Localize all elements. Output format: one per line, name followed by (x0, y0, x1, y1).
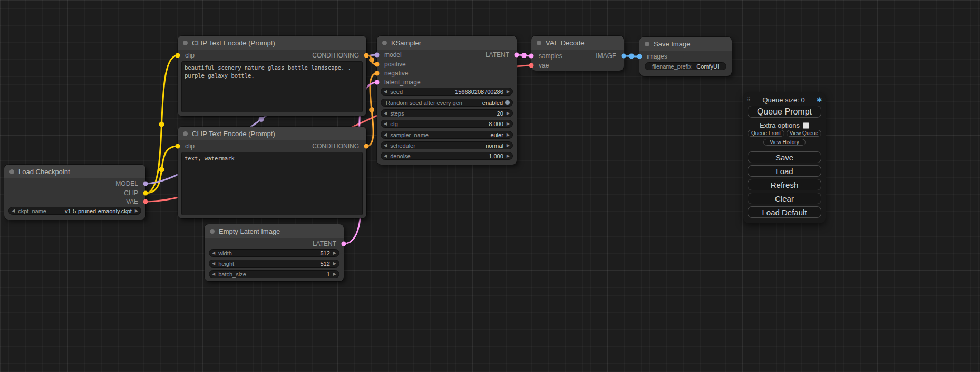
widget-label: scheduler (390, 142, 415, 149)
output-slot-clip[interactable] (143, 191, 148, 196)
wire-midpoint-dot (159, 167, 164, 173)
node-titlebar[interactable]: Load Checkpoint (4, 165, 145, 178)
node-titlebar[interactable]: KSampler (377, 36, 517, 50)
negative-prompt-textarea[interactable]: text, watermark (181, 152, 363, 215)
node-titlebar[interactable]: CLIP Text Encode (Prompt) (178, 127, 366, 140)
collapse-dot-icon[interactable] (183, 131, 188, 136)
output-label-vae: VAE (126, 198, 138, 205)
stepper-right-icon[interactable]: ▶ (333, 272, 336, 276)
node-vae-decode[interactable]: VAE Decode samples vae IMAGE (531, 36, 624, 71)
stepper-left-icon[interactable]: ◀ (384, 154, 387, 158)
stepper-right-icon[interactable]: ▶ (507, 111, 510, 116)
stepper-right-icon[interactable]: ▶ (507, 90, 510, 94)
input-slot-latent-image[interactable] (375, 80, 380, 85)
node-titlebar[interactable]: VAE Decode (531, 36, 624, 50)
queue-front-button[interactable]: Queue Front (748, 130, 784, 137)
extra-options-label: Extra options (760, 121, 800, 129)
positive-prompt-textarea[interactable]: beautiful scenery nature glass bottle la… (181, 61, 363, 112)
node-title: CLIP Text Encode (Prompt) (192, 130, 275, 138)
collapse-dot-icon[interactable] (210, 229, 215, 234)
output-slot-conditioning[interactable] (364, 53, 369, 58)
node-load-checkpoint[interactable]: Load Checkpoint MODEL CLIP VAE ◀ ckpt_na… (4, 165, 145, 220)
widget-height[interactable]: ◀ height 512 ▶ (209, 260, 339, 268)
stepper-left-icon[interactable]: ◀ (384, 144, 387, 148)
refresh-button[interactable]: Refresh (748, 179, 821, 190)
widget-sampler-name[interactable]: ◀ sampler_name euler ▶ (381, 131, 513, 139)
collapse-dot-icon[interactable] (537, 41, 541, 45)
collapse-dot-icon[interactable] (645, 42, 649, 46)
load-button[interactable]: Load (748, 165, 821, 177)
widget-scheduler[interactable]: ◀ scheduler normal ▶ (381, 141, 513, 149)
widget-width[interactable]: ◀ width 512 ▶ (209, 249, 339, 257)
output-slot-conditioning[interactable] (364, 144, 369, 149)
input-slot-negative[interactable] (375, 71, 380, 76)
node-titlebar[interactable]: CLIP Text Encode (Prompt) (178, 36, 366, 50)
stepper-left-icon[interactable]: ◀ (212, 262, 215, 266)
queue-prompt-button[interactable]: Queue Prompt (748, 106, 821, 118)
load-default-button[interactable]: Load Default (748, 206, 821, 218)
input-slot-clip[interactable] (176, 144, 180, 149)
stepper-right-icon[interactable]: ▶ (333, 262, 336, 266)
stepper-right-icon[interactable]: ▶ (333, 251, 336, 255)
node-clip-text-encode-positive[interactable]: CLIP Text Encode (Prompt) clip CONDITION… (178, 36, 366, 116)
drag-handle-icon[interactable]: ⠿ (746, 97, 751, 103)
widget-steps[interactable]: ◀ steps 20 ▶ (381, 109, 513, 117)
input-slot-clip[interactable] (176, 53, 180, 58)
input-slot-vae[interactable] (529, 63, 534, 68)
input-label-samples: samples (539, 52, 562, 60)
stepper-left-icon[interactable]: ◀ (384, 90, 387, 94)
graph-canvas[interactable]: Load Checkpoint MODEL CLIP VAE ◀ ckpt_na… (0, 0, 980, 372)
toggle-dot-icon[interactable] (505, 100, 510, 105)
stepper-right-icon[interactable]: ▶ (507, 144, 510, 148)
output-slot-image[interactable] (622, 54, 626, 59)
widget-seed[interactable]: ◀ seed 156680208700286 ▶ (381, 88, 513, 96)
stepper-left-icon[interactable]: ◀ (212, 251, 215, 255)
output-slot-model[interactable] (143, 182, 148, 186)
widget-denoise[interactable]: ◀ denoise 1.000 ▶ (381, 152, 513, 160)
input-slot-model[interactable] (375, 53, 380, 58)
save-button[interactable]: Save (748, 151, 821, 163)
input-slot-samples[interactable] (529, 54, 534, 59)
output-label-latent: LATENT (313, 240, 336, 247)
widget-batch-size[interactable]: ◀ batch_size 1 ▶ (209, 270, 339, 278)
wire-midpoint-dot (629, 54, 634, 59)
view-history-button[interactable]: View History (763, 139, 806, 146)
collapse-dot-icon[interactable] (382, 41, 387, 45)
stepper-left-icon[interactable]: ◀ (212, 272, 215, 276)
settings-icon[interactable]: ✱ (817, 96, 822, 104)
output-slot-vae[interactable] (143, 199, 148, 204)
extra-options-checkbox[interactable] (803, 122, 809, 129)
widget-cfg[interactable]: ◀ cfg 8.000 ▶ (381, 120, 513, 128)
stepper-left-icon[interactable]: ◀ (384, 122, 387, 126)
node-titlebar[interactable]: Empty Latent Image (205, 224, 344, 238)
node-empty-latent-image[interactable]: Empty Latent Image LATENT ◀ width 512 ▶ … (205, 224, 344, 281)
node-save-image[interactable]: Save Image images filename_prefix ComfyU… (639, 37, 732, 76)
output-slot-latent[interactable] (515, 53, 519, 58)
widget-label: sampler_name (390, 132, 429, 138)
stepper-right-icon[interactable]: ▶ (507, 154, 510, 158)
input-slot-images[interactable] (637, 54, 642, 59)
node-clip-text-encode-negative[interactable]: CLIP Text Encode (Prompt) clip CONDITION… (178, 127, 366, 218)
clear-button[interactable]: Clear (748, 193, 821, 204)
node-title: CLIP Text Encode (Prompt) (192, 39, 275, 47)
stepper-left-icon[interactable]: ◀ (384, 111, 387, 116)
input-label-clip: clip (185, 52, 195, 59)
widget-filename-prefix[interactable]: filename_prefix ComfyUI (645, 62, 726, 70)
node-titlebar[interactable]: Save Image (639, 37, 732, 51)
widget-random-seed-toggle[interactable]: Random seed after every gen enabled (381, 99, 513, 107)
input-slot-positive[interactable] (375, 62, 380, 67)
widget-label: batch_size (218, 271, 246, 278)
node-ksampler[interactable]: KSampler model positive negative latent_… (377, 36, 517, 165)
stepper-right-icon[interactable]: ▶ (135, 209, 138, 213)
view-queue-button[interactable]: View Queue (787, 130, 821, 137)
widget-value: 20 (497, 110, 503, 117)
widget-value: normal (486, 142, 503, 149)
stepper-right-icon[interactable]: ▶ (507, 122, 510, 126)
widget-ckpt-name[interactable]: ◀ ckpt_name v1-5-pruned-emaonly.ckpt ▶ (8, 207, 141, 215)
collapse-dot-icon[interactable] (183, 41, 188, 45)
stepper-left-icon[interactable]: ◀ (12, 209, 15, 213)
collapse-dot-icon[interactable] (9, 169, 14, 174)
stepper-right-icon[interactable]: ▶ (507, 133, 510, 137)
output-slot-latent[interactable] (342, 242, 346, 246)
stepper-left-icon[interactable]: ◀ (384, 133, 387, 137)
